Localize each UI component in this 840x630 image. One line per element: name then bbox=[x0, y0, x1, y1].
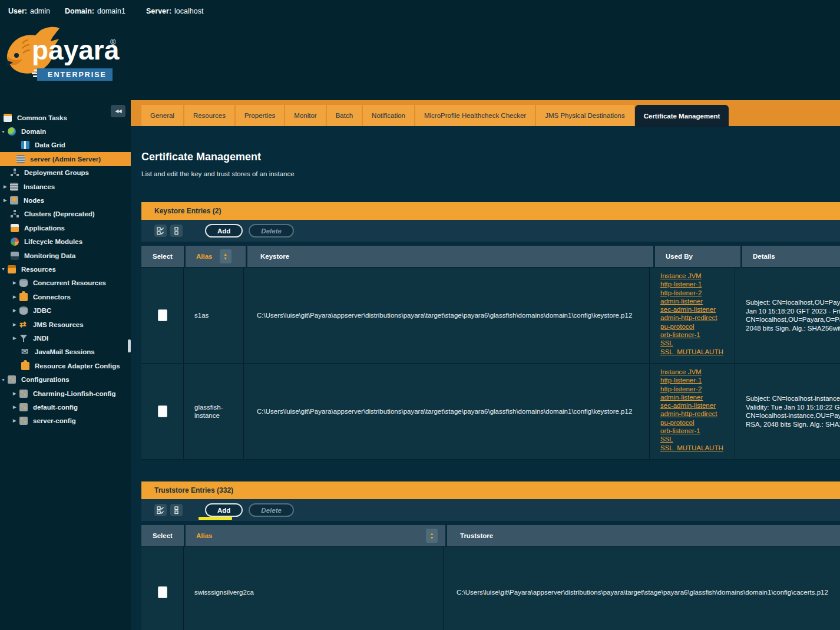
used-by-link[interactable]: http-listener-2 bbox=[660, 385, 735, 393]
used-by-link[interactable]: admin-http-redirect bbox=[660, 410, 735, 418]
sidebar-item[interactable]: Common Tasks bbox=[0, 111, 131, 124]
sidebar-item[interactable]: server (Admin Server) bbox=[0, 152, 131, 166]
sidebar-item[interactable]: Connectors bbox=[0, 290, 131, 304]
used-by-link[interactable]: admin-http-redirect bbox=[660, 314, 735, 322]
tab[interactable]: General bbox=[141, 105, 183, 126]
sidebar-item-icon bbox=[19, 390, 28, 398]
sidebar-item-label: Domain bbox=[21, 128, 46, 135]
used-by-link[interactable]: Instance JVM bbox=[660, 272, 735, 280]
tree-toggle-icon[interactable] bbox=[13, 295, 19, 299]
keystore-delete-button[interactable]: Delete bbox=[249, 224, 294, 238]
sidebar-item[interactable]: Resources bbox=[0, 262, 131, 276]
used-by-link[interactable]: admin-listener bbox=[660, 393, 735, 401]
sidebar-item[interactable]: Applications bbox=[0, 221, 131, 235]
tab[interactable]: JMS Physical Destinations bbox=[536, 105, 634, 126]
sidebar-item-icon bbox=[11, 238, 19, 246]
sidebar-item-icon bbox=[10, 183, 18, 191]
sidebar-item[interactable]: Charming-Lionfish-config bbox=[0, 387, 131, 400]
sidebar-item-label: JDBC bbox=[33, 307, 51, 314]
sidebar-item[interactable]: Domain bbox=[0, 124, 131, 138]
used-by-link[interactable]: pu-protocol bbox=[660, 322, 735, 331]
sidebar-item[interactable]: server-config bbox=[0, 414, 131, 428]
tree-toggle-icon[interactable] bbox=[13, 308, 19, 313]
tree-toggle-icon[interactable] bbox=[13, 336, 19, 341]
select-all-button[interactable] bbox=[154, 225, 167, 237]
sidebar-item-label: Concurrent Resources bbox=[33, 279, 106, 286]
alias-sort-button[interactable] bbox=[220, 249, 232, 263]
tree-toggle-icon[interactable] bbox=[13, 322, 19, 327]
tree-toggle-icon[interactable] bbox=[13, 391, 19, 396]
deselect-all-button[interactable] bbox=[170, 504, 183, 516]
tab[interactable]: Monitor bbox=[285, 105, 325, 126]
sidebar-item[interactable]: Monitoring Data bbox=[0, 249, 131, 262]
select-all-button[interactable] bbox=[154, 504, 167, 516]
sidebar-item[interactable]: JNDI bbox=[0, 331, 131, 345]
used-by-link[interactable]: sec-admin-listener bbox=[660, 305, 735, 314]
sidebar-item[interactable]: JavaMail Sessions bbox=[0, 345, 131, 359]
alias-cell: s1as bbox=[184, 268, 244, 363]
tab[interactable]: Properties bbox=[236, 105, 284, 126]
used-by-link[interactable]: http-listener-1 bbox=[660, 376, 735, 384]
row-select-checkbox[interactable] bbox=[158, 586, 167, 598]
deselect-all-button[interactable] bbox=[170, 225, 183, 237]
keystore-add-button[interactable]: Add bbox=[205, 224, 243, 238]
used-by-link[interactable]: http-listener-2 bbox=[660, 289, 735, 297]
tab[interactable]: Notification bbox=[363, 105, 414, 126]
used-by-link[interactable]: SSL bbox=[660, 435, 735, 443]
used-by-cell: Instance JVMhttp-listener-1http-listener… bbox=[650, 268, 735, 363]
brand-wordmark: payara bbox=[32, 37, 119, 64]
sidebar-item-icon bbox=[19, 334, 28, 342]
registered-mark: ® bbox=[110, 38, 116, 47]
alias-sort-button[interactable] bbox=[426, 529, 438, 543]
sidebar-item-label: Data Grid bbox=[35, 141, 65, 149]
tree-toggle-icon[interactable] bbox=[1, 130, 8, 134]
tab[interactable]: MicroProfile Healthcheck Checker bbox=[415, 105, 535, 126]
used-by-link[interactable]: pu-protocol bbox=[660, 418, 735, 427]
select-cell bbox=[141, 547, 184, 630]
tree-toggle-icon[interactable] bbox=[13, 418, 19, 423]
used-by-link[interactable]: SSL_MUTUALAUTH bbox=[660, 348, 735, 356]
sidebar-item-label: server (Admin Server) bbox=[30, 156, 101, 163]
tab[interactable]: Resources bbox=[184, 105, 234, 126]
used-by-link[interactable]: sec-admin-listener bbox=[660, 401, 735, 410]
used-by-link[interactable]: orb-listener-1 bbox=[660, 427, 735, 435]
truststore-delete-button[interactable]: Delete bbox=[249, 503, 294, 517]
sidebar-item[interactable]: Resource Adapter Configs bbox=[0, 359, 131, 372]
sidebar-item[interactable]: Nodes bbox=[0, 193, 131, 207]
truststore-add-button[interactable]: Add bbox=[205, 503, 243, 517]
sidebar-item[interactable]: Instances bbox=[0, 180, 131, 193]
sidebar-item[interactable]: Lifecycle Modules bbox=[0, 235, 131, 249]
sidebar-item[interactable]: Deployment Groups bbox=[0, 166, 131, 180]
tree-toggle-icon[interactable] bbox=[13, 281, 19, 285]
sidebar-item[interactable]: Configurations bbox=[0, 372, 131, 386]
sidebar-item[interactable]: Clusters (Deprecated) bbox=[0, 207, 131, 221]
row-select-checkbox[interactable] bbox=[158, 309, 167, 321]
used-by-link[interactable]: SSL bbox=[660, 339, 735, 347]
tree-toggle-icon[interactable] bbox=[13, 405, 19, 410]
truststore-table-row: swisssignsilverg2ca C:\Users\luise\git\P… bbox=[141, 546, 840, 630]
tab[interactable]: Certificate Management bbox=[635, 105, 729, 127]
sidebar-item[interactable]: JMS Resources bbox=[0, 318, 131, 331]
used-by-link[interactable]: Instance JVM bbox=[660, 368, 735, 376]
used-by-link[interactable]: orb-listener-1 bbox=[660, 331, 735, 339]
tab[interactable]: Batch bbox=[327, 105, 362, 126]
sidebar-item[interactable]: default-config bbox=[0, 400, 131, 414]
tree-toggle-icon[interactable] bbox=[1, 378, 8, 382]
tree-toggle-icon[interactable] bbox=[4, 184, 10, 189]
details-line: CN=localhost,OU=Payara,O=Paya bbox=[746, 315, 840, 324]
used-by-link[interactable]: http-listener-1 bbox=[660, 280, 735, 288]
select-all-icon bbox=[157, 227, 164, 235]
tree-toggle-icon[interactable] bbox=[4, 198, 10, 203]
sidebar-item-label: Clusters (Deprecated) bbox=[24, 210, 95, 217]
sidebar-item[interactable]: JDBC bbox=[0, 304, 131, 317]
sidebar-item-icon bbox=[8, 127, 16, 136]
tree-toggle-icon[interactable] bbox=[1, 267, 8, 271]
truststore-table: Select Alias Truststore swisssignsilverg… bbox=[141, 525, 840, 630]
truststore-table-body: swisssignsilverg2ca C:\Users\luise\git\P… bbox=[141, 546, 840, 630]
row-select-checkbox[interactable] bbox=[158, 405, 167, 417]
used-by-link[interactable]: admin-listener bbox=[660, 297, 735, 305]
keystore-path: C:\Users\luise\git\Payara\appserver\dist… bbox=[257, 408, 632, 415]
used-by-link[interactable]: SSL_MUTUALAUTH bbox=[660, 444, 735, 452]
sidebar-item[interactable]: Data Grid bbox=[0, 138, 131, 152]
sidebar-item[interactable]: Concurrent Resources bbox=[0, 276, 131, 290]
